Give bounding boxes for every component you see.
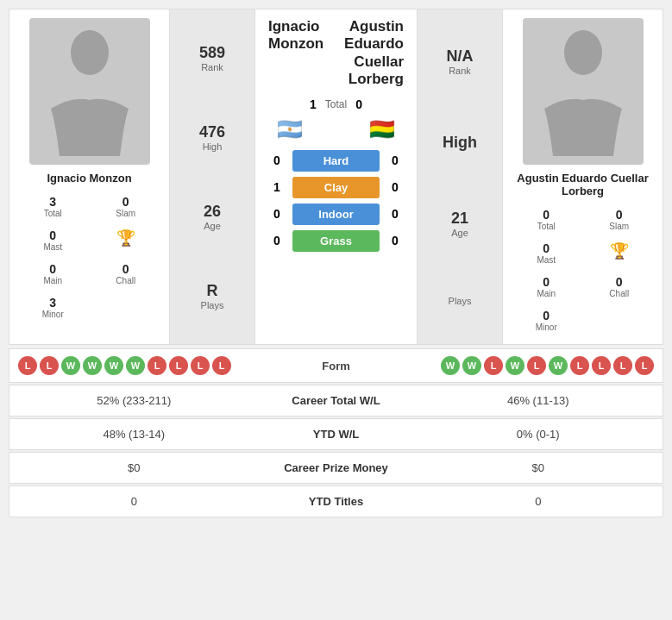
player2-minor-label: Minor [513, 323, 580, 332]
surface-row-grass: 0 Grass 0 [268, 230, 404, 252]
player1-plays-value: R [201, 282, 224, 300]
ytd-titles-p1: 0 [18, 495, 250, 508]
player2-chall-label: Chall [587, 289, 653, 298]
form-result-badge: L [18, 356, 37, 375]
clay-p1-score: 1 [268, 180, 286, 194]
player1-flag: 🇦🇷 [277, 117, 303, 141]
form-result-badge: W [441, 356, 460, 375]
ytd-wl-p1: 48% (13-14) [18, 428, 250, 441]
ytd-titles-label: YTD Titles [250, 495, 423, 508]
flags-row: 🇦🇷 🇧🇴 [260, 116, 412, 143]
player1-high-stat: 476 High [199, 123, 225, 152]
player1-avatar [29, 18, 150, 165]
player2-total-cell: 0 Total [512, 204, 581, 235]
player2-high-value: High [443, 134, 477, 152]
form-result-badge: W [506, 356, 524, 375]
player2-rank-label: Rank [447, 66, 474, 76]
player1-trophy-cell: 🏆 [91, 225, 161, 255]
player2-main-cell: 0 Main [512, 272, 581, 302]
player2-main-value: 0 [513, 275, 580, 289]
player2-right-stats: N/A Rank High 21 Age Plays [417, 9, 503, 344]
player2-trophy-icon: 🏆 [587, 241, 653, 260]
form-result-badge: W [549, 356, 568, 375]
form-result-badge: L [40, 356, 59, 375]
player1-stats: 3 Total 0 Slam 0 Mast 🏆 0 Main [18, 191, 160, 323]
player2-rank-stat: N/A Rank [447, 47, 474, 76]
form-result-badge: W [462, 356, 481, 375]
form-result-badge: L [570, 356, 589, 375]
player1-age-label: Age [204, 221, 221, 231]
indoor-p2-score: 0 [386, 207, 404, 221]
player-comparison: Ignacio Monzon 3 Total 0 Slam 0 Mast 🏆 [9, 9, 663, 345]
player2-chall-value: 0 [587, 275, 653, 289]
form-result-badge: L [592, 356, 611, 375]
grass-p1-score: 0 [268, 234, 286, 247]
career-prize-row: $0 Career Prize Money $0 [9, 452, 663, 484]
indoor-p1-score: 0 [268, 207, 286, 221]
player2-card: Agustin Eduardo Cuellar Lorberg 0 Total … [503, 9, 663, 344]
grass-badge: Grass [292, 230, 380, 252]
form-result-badge: W [61, 356, 80, 375]
form-result-badge: L [191, 356, 210, 375]
indoor-badge: Indoor [292, 204, 380, 225]
career-total-label: Career Total W/L [250, 394, 423, 407]
form-label: Form [231, 360, 441, 373]
form-result-badge: L [484, 356, 503, 375]
surface-row-hard: 0 Hard 0 [268, 150, 404, 172]
career-total-row: 52% (233-211) Career Total W/L 46% (11-1… [9, 385, 663, 416]
svg-point-0 [71, 30, 109, 75]
form-result-badge: W [126, 356, 145, 375]
form-result-badge: W [83, 356, 102, 375]
player2-slam-label: Slam [587, 222, 653, 231]
player1-rank-label: Rank [199, 62, 225, 72]
player1-plays-stat: R Plays [201, 282, 224, 310]
form-result-badge: L [613, 356, 632, 375]
player1-chall-label: Chall [93, 276, 160, 285]
career-total-p2: 46% (11-13) [423, 394, 655, 407]
player2-plays-label: Plays [449, 296, 472, 306]
player2-minor-cell: 0 Minor [512, 305, 581, 335]
form-result-badge: L [148, 356, 166, 375]
player1-main-value: 0 [20, 262, 86, 276]
form-result-badge: L [527, 356, 546, 375]
player1-main-label: Main [20, 276, 86, 285]
player2-chall-cell: 0 Chall [585, 272, 655, 302]
ytd-titles-p2: 0 [423, 495, 655, 508]
player1-slam-label: Slam [93, 209, 160, 218]
player1-mast-label: Mast [20, 242, 86, 252]
career-prize-label: Career Prize Money [250, 461, 423, 474]
surface-rows: 0 Hard 0 1 Clay 0 0 Indoor 0 [260, 143, 412, 259]
p1-total-score: 1 [310, 97, 317, 111]
player2-mast-cell: 0 Mast [512, 238, 581, 268]
hard-p1-score: 0 [268, 153, 286, 167]
player1-minor-label: Minor [20, 310, 86, 319]
player2-minor-value: 0 [513, 309, 580, 323]
player1-mast-cell: 0 Mast [18, 225, 88, 255]
player1-total-value: 3 [20, 195, 86, 209]
total-row: 1 Total 0 [260, 93, 412, 116]
ytd-titles-row: 0 YTD Titles 0 [9, 485, 663, 517]
player1-silhouette [47, 27, 133, 156]
form-result-badge: L [635, 356, 654, 375]
form-result-badge: L [212, 356, 231, 375]
career-total-p1: 52% (233-211) [18, 394, 250, 407]
player2-main-label: Main [513, 289, 580, 298]
player1-form: LLWWWWLLLL [18, 356, 231, 375]
player1-rank-stat: 589 Rank [199, 44, 225, 72]
player1-high-value: 476 [199, 123, 225, 141]
player2-age-label: Age [451, 228, 468, 238]
player1-name: Ignacio Monzon [47, 172, 131, 185]
player2-silhouette [540, 27, 626, 156]
total-label: Total [325, 98, 347, 110]
player2-stats: 0 Total 0 Slam 0 Mast 🏆 0 Main [512, 204, 654, 335]
player1-slam-cell: 0 Slam [91, 191, 161, 222]
grass-p2-score: 0 [386, 234, 404, 247]
player1-card: Ignacio Monzon 3 Total 0 Slam 0 Mast 🏆 [9, 9, 169, 344]
player1-main-cell: 0 Main [18, 259, 88, 289]
ytd-wl-label: YTD W/L [250, 428, 423, 441]
player2-high-stat: High [443, 134, 477, 152]
player1-middle-stats: 589 Rank 476 High 26 Age R Plays [169, 9, 255, 344]
player2-avatar [523, 18, 644, 165]
form-section: LLWWWWLLLL Form WWLWLWLLLL [9, 348, 663, 383]
player2-name: Agustin Eduardo Cuellar Lorberg [512, 172, 654, 197]
